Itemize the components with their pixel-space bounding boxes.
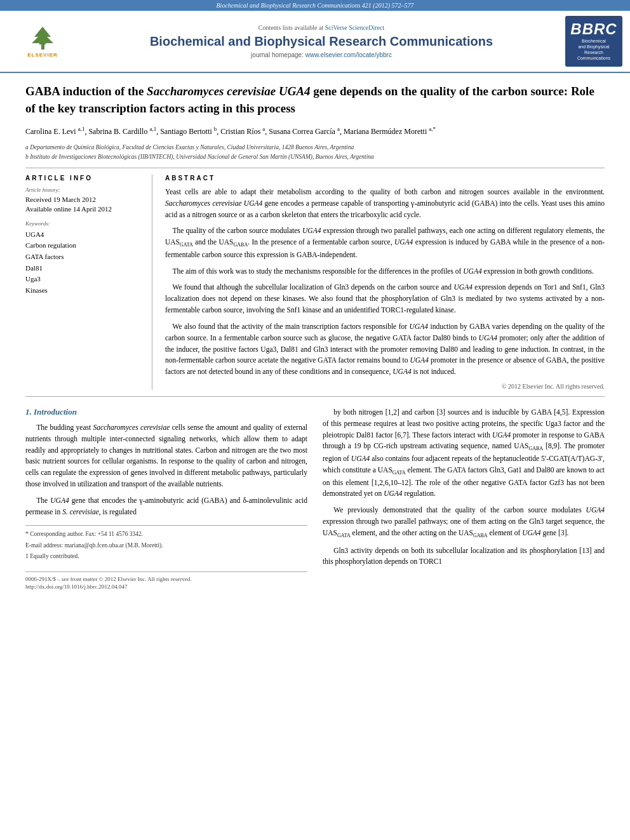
svg-rect-0 <box>41 44 44 50</box>
right-para-3: Gln3 activity depends on both its subcel… <box>323 545 605 568</box>
authors: Carolina E. Levi a,1, Sabrina B. Cardill… <box>25 124 605 138</box>
keyword-kinases: Kinases <box>25 285 142 297</box>
abstract-para-3: The aim of this work was to study the me… <box>165 266 605 277</box>
footnotes: * Corresponding author. Fax: +54 11 4576… <box>25 525 307 561</box>
article-info-heading: ARTICLE INFO <box>25 175 142 182</box>
abstract-para-2: The quality of the carbon source modulat… <box>165 225 605 260</box>
copyright: © 2012 Elsevier Inc. All rights reserved… <box>165 383 605 390</box>
body-section: 1. Introduction The budding yeast Saccha… <box>25 407 605 590</box>
elsevier-label: ELSEVIER <box>27 52 58 58</box>
journal-bar: Biochemical and Biophysical Research Com… <box>0 0 630 11</box>
article-title: GABA induction of the Saccharomyces cere… <box>25 83 605 117</box>
journal-citation: Biochemical and Biophysical Research Com… <box>217 2 414 9</box>
sciverse-text: Contents lists available at SciVerse Sci… <box>84 24 559 31</box>
bbrc-logo: BBRC Biochemicaland BiophysicalResearchC… <box>565 16 622 67</box>
keyword-uga4: UGA4 <box>25 229 142 241</box>
intro-text-right: by both nitrogen [1,2] and carbon [3] so… <box>323 407 605 568</box>
keywords-list: UGA4 Carbon regulation GATA factors Dal8… <box>25 229 142 297</box>
intro-para-2: The UGA4 gene that encodes the γ-aminobu… <box>25 495 307 518</box>
bottom-bar: 0006-291X/$ – see front matter © 2012 El… <box>25 571 307 590</box>
abstract-para-5: We also found that the activity of the m… <box>165 321 605 378</box>
keyword-dal81: Dal81 <box>25 263 142 274</box>
received-date: Received 19 March 2012 <box>25 196 142 203</box>
keyword-uga3: Uga3 <box>25 274 142 285</box>
history-label: Article history: <box>25 187 142 193</box>
right-para-2: We previously demonstrated that the qual… <box>323 505 605 540</box>
doi-line: http://dx.doi.org/10.1016/j.bbrc.2012.04… <box>25 583 307 590</box>
divider-2 <box>25 396 605 397</box>
journal-homepage: journal homepage: www.elsevier.com/locat… <box>84 51 559 58</box>
affiliations: a Departamento de Química Biológica, Fac… <box>25 143 605 161</box>
abstract-text: Yeast cells are able to adapt their meta… <box>165 187 605 378</box>
intro-text-left: The budding yeast Saccharomyces cerevisi… <box>25 422 307 518</box>
issn-line: 0006-291X/$ – see front matter © 2012 El… <box>25 576 307 582</box>
abstract-section: ABSTRACT Yeast cells are able to adapt t… <box>165 175 605 390</box>
divider <box>25 168 605 168</box>
intro-number: 1. <box>25 407 32 417</box>
publisher-logo: ELSEVIER <box>8 25 77 58</box>
footnote-email: E-mail address: mariana@qb.fcen.uba.ar (… <box>25 541 307 550</box>
keyword-gata: GATA factors <box>25 251 142 263</box>
keywords-label: Keywords: <box>25 220 142 227</box>
journal-header: ELSEVIER Contents lists available at Sci… <box>0 11 630 73</box>
sciverse-link[interactable]: SciVerse ScienceDirect <box>325 24 385 31</box>
footnote-corresponding: * Corresponding author. Fax: +54 11 4576… <box>25 530 307 539</box>
abstract-para-1: Yeast cells are able to adapt their meta… <box>165 187 605 220</box>
elsevier-tree-icon <box>25 25 60 51</box>
affiliation-b: b Instituto de Investigaciones Biotecnol… <box>25 152 605 161</box>
homepage-link[interactable]: www.elsevier.com/locate/ybbrc <box>305 51 392 58</box>
available-date: Available online 14 April 2012 <box>25 205 142 213</box>
right-para-1: by both nitrogen [1,2] and carbon [3] so… <box>323 407 605 500</box>
abstract-heading: ABSTRACT <box>165 175 605 182</box>
abstract-para-4: We found that although the subcellular l… <box>165 282 605 316</box>
article-info-abstract: ARTICLE INFO Article history: Received 1… <box>25 175 605 390</box>
intro-title: 1. Introduction <box>25 407 307 417</box>
article-info-column: ARTICLE INFO Article history: Received 1… <box>25 175 152 390</box>
affiliation-a: a Departamento de Química Biológica, Fac… <box>25 143 605 152</box>
svg-marker-1 <box>32 27 53 44</box>
main-content: GABA induction of the Saccharomyces cere… <box>0 73 630 600</box>
journal-title: Biochemical and Biophysical Research Com… <box>84 34 559 49</box>
body-right: by both nitrogen [1,2] and carbon [3] so… <box>323 407 605 590</box>
body-left: 1. Introduction The budding yeast Saccha… <box>25 407 307 590</box>
keyword-carbon: Carbon regulation <box>25 240 142 251</box>
intro-para-1: The budding yeast Saccharomyces cerevisi… <box>25 422 307 490</box>
footnote-equally: 1 Equally contributed. <box>25 552 307 561</box>
intro-heading: Introduction <box>34 407 77 417</box>
journal-header-center: Contents lists available at SciVerse Sci… <box>77 24 565 58</box>
bbrc-abbr: BBRC <box>570 22 617 37</box>
